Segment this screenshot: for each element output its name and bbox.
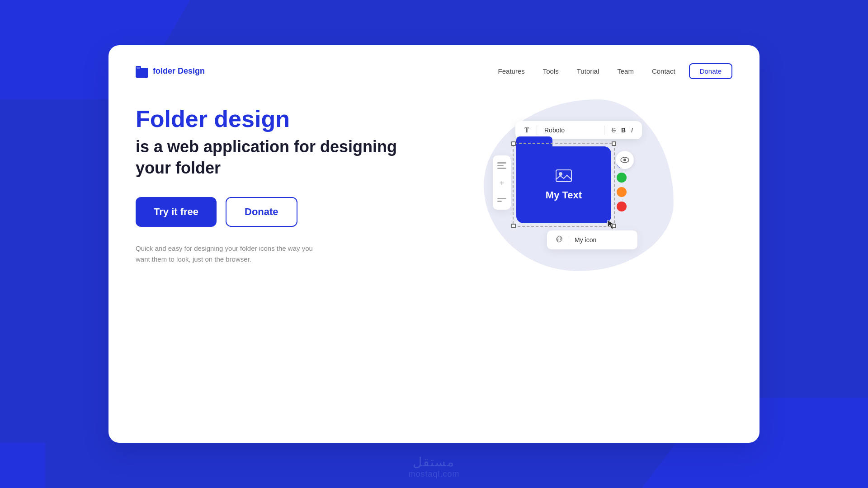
watermark-arabic: مستقل bbox=[408, 455, 459, 469]
navbar: folder Design Features Tools Tutorial Te… bbox=[136, 63, 732, 79]
color-green[interactable] bbox=[617, 173, 627, 183]
main-card: folder Design Features Tools Tutorial Te… bbox=[108, 45, 760, 443]
text-tool-icon: 𝐓 bbox=[524, 126, 529, 134]
panel-align-icon[interactable] bbox=[497, 195, 506, 204]
bg-decoration-bottom-left bbox=[0, 443, 45, 488]
watermark: مستقل mostaql.com bbox=[408, 455, 459, 479]
editor-mockup: 𝐓 Roboto S B I bbox=[493, 121, 665, 249]
bottom-separator bbox=[569, 235, 569, 244]
handle-top-left[interactable] bbox=[511, 141, 516, 146]
folder-container: My Text bbox=[516, 146, 611, 223]
nav-donate-button[interactable]: Donate bbox=[689, 63, 732, 79]
try-it-free-button[interactable]: Try it free bbox=[136, 197, 217, 227]
left-panel: ＋ bbox=[493, 155, 511, 210]
nav-contact[interactable]: Contact bbox=[652, 67, 675, 75]
logo-area: folder Design bbox=[136, 64, 205, 79]
hero-buttons: Try it free Donate bbox=[136, 197, 398, 227]
nav-links: Features Tools Tutorial Team Contact bbox=[498, 67, 675, 75]
handle-top-right[interactable] bbox=[612, 141, 616, 146]
bottom-bar-text: My icon bbox=[575, 236, 596, 244]
toolbar-separator-2 bbox=[604, 126, 604, 135]
format-strikethrough[interactable]: S bbox=[612, 127, 616, 134]
bottom-bar: My icon bbox=[547, 230, 637, 249]
hero-left: Folder design is a web application for d… bbox=[136, 106, 398, 265]
handle-bottom-right[interactable] bbox=[612, 224, 616, 228]
donate-button[interactable]: Donate bbox=[226, 197, 297, 227]
hero-section: Folder design is a web application for d… bbox=[136, 106, 732, 265]
svg-point-6 bbox=[623, 159, 626, 161]
hero-right: 𝐓 Roboto S B I bbox=[425, 121, 732, 249]
canvas-row: ＋ bbox=[493, 146, 665, 223]
toolbar-format-group: S B I bbox=[612, 127, 633, 134]
nav-team[interactable]: Team bbox=[617, 67, 634, 75]
link-icon bbox=[555, 235, 563, 245]
nav-tutorial[interactable]: Tutorial bbox=[577, 67, 599, 75]
format-bold[interactable]: B bbox=[621, 127, 626, 134]
font-name-label: Roboto bbox=[544, 127, 597, 134]
logo-icon bbox=[136, 64, 148, 79]
watermark-url: mostaql.com bbox=[408, 469, 459, 479]
toolbar-separator-1 bbox=[537, 126, 537, 135]
color-orange[interactable] bbox=[617, 187, 627, 197]
format-italic[interactable]: I bbox=[631, 127, 633, 134]
selection-box bbox=[513, 143, 615, 227]
svg-rect-2 bbox=[137, 67, 140, 69]
panel-align-left-icon[interactable] bbox=[497, 161, 506, 170]
nav-features[interactable]: Features bbox=[498, 67, 525, 75]
hero-subtitle: is a web application for designing your … bbox=[136, 136, 398, 179]
eye-icon[interactable] bbox=[616, 151, 634, 169]
logo-text: folder Design bbox=[153, 66, 205, 76]
nav-tools[interactable]: Tools bbox=[543, 67, 559, 75]
hero-title: Folder design bbox=[136, 106, 398, 132]
handle-bottom-left[interactable] bbox=[511, 224, 516, 228]
panel-plus-icon[interactable]: ＋ bbox=[497, 177, 506, 188]
color-red[interactable] bbox=[617, 202, 627, 211]
hero-description: Quick and easy for designing your folder… bbox=[136, 243, 326, 265]
